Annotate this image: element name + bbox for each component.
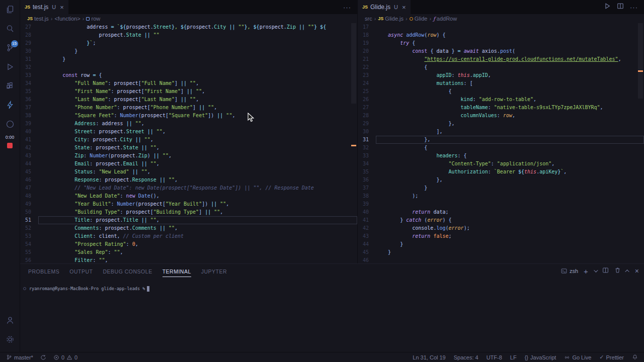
line-number[interactable]: 48 [20,192,38,200]
extensions-icon[interactable] [0,76,20,96]
code-line-content[interactable]: "https://us-central1-glide-prod.cloudfun… [376,55,644,63]
maximize-panel-icon[interactable] [625,269,629,274]
line-number[interactable]: 27 [358,104,376,112]
line-number[interactable]: 36 [358,176,376,184]
code-line-content[interactable]: prospect.State || "" [38,31,357,39]
code-line-27[interactable]: 27 tableName: "native-table-s9sxLTYp7zpe… [358,104,644,112]
line-number[interactable]: 41 [358,216,376,224]
code-line-content[interactable]: Status: "New Lead" || "", [38,168,357,176]
line-number[interactable]: 28 [358,112,376,120]
code-line-39[interactable]: 39 [358,200,644,208]
code-line-56[interactable]: 56 Filter: "", [20,256,357,263]
line-number[interactable]: 28 [20,31,38,39]
code-line-27[interactable]: 27 address = `${prospect.Street}, ${pros… [20,23,357,31]
tab-problems[interactable]: PROBLEMS [28,265,59,277]
code-line-content[interactable] [38,63,357,71]
code-line-content[interactable]: { [376,87,644,96]
line-number[interactable]: 30 [358,128,376,136]
line-number[interactable]: 34 [358,160,376,168]
line-number[interactable]: 39 [20,120,38,128]
line-number[interactable]: 34 [20,79,38,87]
code-line-42[interactable]: 42 State: prospect.State || "", [20,144,357,152]
code-line-content[interactable]: Street: prospect.Street || "", [38,128,357,136]
code-line-25[interactable]: 25 { [358,87,644,96]
tab-jupyter[interactable]: JUPYTER [201,265,227,277]
code-line-30[interactable]: 30 } [20,47,357,55]
code-editor-glide-js[interactable]: 1718 async addRow(row) {19 try {20 const… [358,23,644,263]
terminal-shell-selector[interactable]: zsh [561,268,578,274]
line-number[interactable]: 26 [358,96,376,104]
code-line-content[interactable]: "Content-Type": "application/json", [376,160,644,168]
code-line-content[interactable]: mutations: [ [376,79,644,87]
line-number[interactable]: 31 [20,55,38,63]
line-number[interactable]: 20 [358,47,376,55]
line-number[interactable]: 29 [358,120,376,128]
source-control-icon[interactable]: 15 [0,38,20,57]
line-number[interactable]: 43 [358,232,376,240]
code-line-40[interactable]: 40 Street: prospect.Street || "", [20,128,357,136]
line-number[interactable]: 25 [358,87,376,96]
line-number[interactable]: 50 [20,208,38,216]
line-number[interactable]: 44 [20,160,38,168]
tab-terminal[interactable]: TERMINAL [163,265,191,277]
code-line-36[interactable]: 36 }, [358,176,644,184]
code-line-23[interactable]: 23 appID: this.appID, [358,71,644,79]
code-line-28[interactable]: 28 columnValues: row, [358,112,644,120]
code-line-content[interactable]: Authorization: `Bearer ${this.apiKey}`, [376,168,644,176]
code-line-content[interactable]: // "New Lead Date": new Date(prospect["R… [38,184,357,192]
code-line-38[interactable]: 38 "Square Feet": Number(prospect["Squar… [20,112,357,120]
code-line-content[interactable]: City: prospect.City || "", [38,136,357,144]
line-number[interactable]: 40 [358,208,376,216]
code-line-49[interactable]: 49 "Year Built": Number(prospect["Year B… [20,200,357,208]
code-line-34[interactable]: 34 "Full Name": prospect["Full Name"] ||… [20,79,357,87]
line-number[interactable]: 38 [20,112,38,120]
breadcrumb-method-addrow[interactable]: ƒ addRow [433,16,457,22]
code-line-content[interactable]: } [376,184,644,192]
line-number[interactable]: 42 [20,144,38,152]
code-line-content[interactable]: return false; [376,232,644,240]
code-line-43[interactable]: 43 return false; [358,232,644,240]
code-line-content[interactable]: } [38,55,357,63]
code-line-53[interactable]: 53 Client: client, // Custom per client [20,232,357,240]
scrollbar-right[interactable] [638,23,643,99]
tab-close-icon[interactable]: × [402,4,406,11]
code-line-content[interactable]: return data; [376,208,644,216]
code-line-41[interactable]: 41 } catch (error) { [358,216,644,224]
code-line-content[interactable]: } [376,248,644,256]
code-line-content[interactable]: "Square Feet": Number(prospect["Square F… [38,112,357,120]
notifications-bell[interactable] [632,354,638,360]
run-code-icon[interactable] [604,3,611,12]
code-line-33[interactable]: 33 headers: { [358,152,644,160]
code-line-content[interactable]: appID: this.appID, [376,71,644,79]
code-line-content[interactable]: } [38,47,357,55]
code-line-19[interactable]: 19 try { [358,39,644,47]
code-line-content[interactable]: async addRow(row) { [376,31,644,39]
code-line-content[interactable]: "Sales Rep": "", [38,248,357,256]
code-line-43[interactable]: 43 Zip: Number(prospect.Zip) || "", [20,152,357,160]
code-line-55[interactable]: 55 "Sales Rep": "", [20,248,357,256]
kill-terminal-icon[interactable] [614,266,621,276]
code-line-content[interactable]: columnValues: row, [376,112,644,120]
sync-changes-button[interactable] [40,354,46,360]
code-line-content[interactable]: Client: client, // Custom per client [38,232,357,240]
line-number[interactable]: 40 [20,128,38,136]
code-line-32[interactable]: 32 [20,63,357,71]
code-line-34[interactable]: 34 "Content-Type": "application/json", [358,160,644,168]
code-line-content[interactable]: Title: prospect.Title || "", [38,216,357,224]
code-line-content[interactable]: "Phone Number": prospect["Phone Number"]… [38,104,357,112]
code-line-content[interactable]: Email: prospect.Email || "", [38,160,357,168]
line-number[interactable]: 19 [358,39,376,47]
terminal-output[interactable]: ryanroman@Ryans-MacBook-Pro glide-app-le… [20,278,644,292]
code-line-content[interactable]: "Prospect Rating": 0, [38,240,357,248]
breadcrumb-folder[interactable]: src [365,16,372,22]
split-terminal-icon[interactable] [602,266,609,276]
code-line-17[interactable]: 17 [358,23,644,31]
line-number[interactable]: 39 [358,200,376,208]
tab-test-js[interactable]: JS test.js U × [20,0,69,14]
screen-recorder-icon[interactable] [0,115,20,134]
code-line-40[interactable]: 40 return data; [358,208,644,216]
code-line-29[interactable]: 29 }, [358,120,644,128]
tab-close-icon[interactable]: × [60,4,64,11]
code-line-content[interactable]: "First Name": prospect["First Name"] || … [38,87,357,96]
code-line-content[interactable]: "New Lead Date": new Date(), [38,192,357,200]
